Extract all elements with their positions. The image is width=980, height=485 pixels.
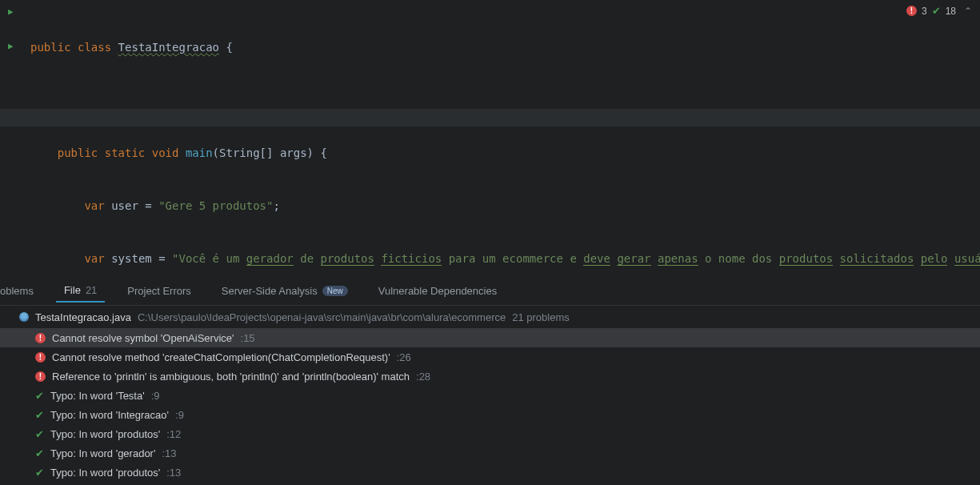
tab-project-errors[interactable]: Project Errors <box>119 280 198 302</box>
error-icon: ! <box>35 352 46 363</box>
problem-message: Typo: In word 'Integracao' <box>50 409 169 421</box>
problem-message: Typo: In word 'produtos' <box>50 467 160 479</box>
run-main-icon[interactable]: ▶ <box>8 41 14 51</box>
problem-message: Cannot resolve symbol 'OpenAiService' <box>52 332 234 344</box>
typo-icon: ✔ <box>35 391 44 401</box>
file-path: C:\Users\paulo\IdeaProjects\openai-java\… <box>138 311 506 323</box>
typo-icon: ✔ <box>35 410 44 420</box>
typo-icon: ✔ <box>35 467 44 478</box>
problem-row[interactable]: !Cannot resolve symbol 'OpenAiService':1… <box>0 328 980 347</box>
problem-row[interactable]: ✔Typo: In word 'Integracao':9 <box>0 405 980 424</box>
problem-message: Cannot resolve method 'createChatComplet… <box>52 351 390 363</box>
run-class-icon[interactable]: ▶ <box>8 6 14 17</box>
new-badge: New <box>322 286 348 296</box>
file-name: TestaIntegracao.java <box>35 311 131 323</box>
problem-line: :13 <box>166 467 181 479</box>
problem-line: :9 <box>175 409 184 421</box>
problems-list: !Cannot resolve symbol 'OpenAiService':1… <box>0 328 980 482</box>
error-icon: ! <box>35 371 46 382</box>
problem-line: :15 <box>241 332 255 344</box>
problems-tabs: oblems File 21 Project Errors Server-Sid… <box>0 277 980 306</box>
typo-icon: ✔ <box>35 429 44 439</box>
problem-message: Typo: In word 'gerador' <box>50 447 155 459</box>
problem-row[interactable]: !Reference to 'println' is ambiguous, bo… <box>0 367 980 386</box>
problem-message: Typo: In word 'Testa' <box>50 390 145 402</box>
problem-line: :26 <box>397 351 411 363</box>
problem-line: :13 <box>162 447 176 459</box>
problem-row[interactable]: ✔Typo: In word 'produtos':12 <box>0 424 980 443</box>
editor-gutter: ▶ ▶ <box>0 0 24 277</box>
problems-file-header[interactable]: TestaIntegracao.java C:\Users\paulo\Idea… <box>0 306 980 328</box>
code-content[interactable]: public class TestaIntegracao { public st… <box>30 3 980 277</box>
error-icon: ! <box>35 333 46 343</box>
problem-line: :12 <box>166 428 181 440</box>
tab-file[interactable]: File 21 <box>56 279 105 303</box>
problems-panel: oblems File 21 Project Errors Server-Sid… <box>0 277 980 485</box>
code-editor[interactable]: ▶ ▶ ! 3 ✔ 18 ⌃ public class TestaIntegra… <box>0 0 980 277</box>
problem-line: :28 <box>416 371 430 383</box>
file-problem-count: 21 problems <box>512 311 570 323</box>
tab-problems-trunc[interactable]: oblems <box>0 280 42 302</box>
problem-row[interactable]: ✔Typo: In word 'Testa':9 <box>0 386 980 405</box>
problem-line: :9 <box>151 390 160 402</box>
tab-server-side-analysis[interactable]: Server-Side Analysis New <box>214 280 356 302</box>
problem-message: Typo: In word 'produtos' <box>50 428 160 440</box>
problem-message: Reference to 'println' is ambiguous, bot… <box>52 371 410 383</box>
tab-vulnerable-dependencies[interactable]: Vulnerable Dependencies <box>370 280 505 302</box>
problem-row[interactable]: ✔Typo: In word 'gerador':13 <box>0 443 980 463</box>
problem-row[interactable]: !Cannot resolve method 'createChatComple… <box>0 347 980 367</box>
typo-icon: ✔ <box>35 448 44 459</box>
java-file-icon <box>19 312 29 322</box>
problem-row[interactable]: ✔Typo: In word 'produtos':13 <box>0 463 980 482</box>
